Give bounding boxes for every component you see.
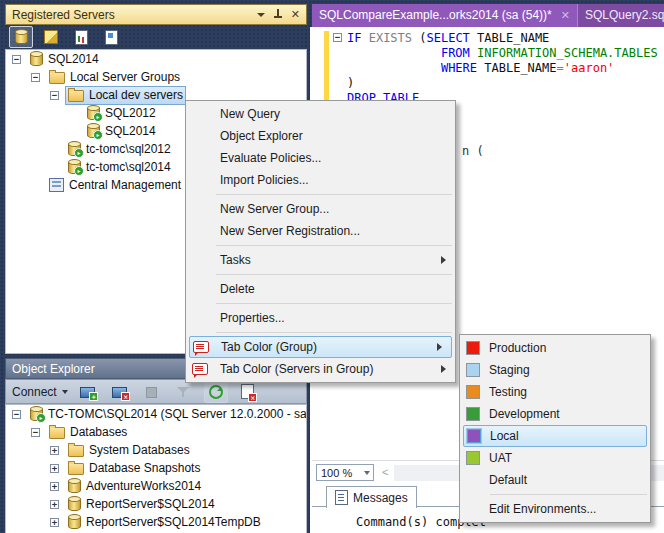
analysis-services-button[interactable] (39, 26, 63, 48)
connect-button[interactable]: Connect (12, 385, 68, 399)
menu-item-label: New Server Group... (220, 202, 329, 216)
tree-item[interactable]: −▸TC-TOMC\SQL2014 (SQL Server 12.0.2000 … (6, 405, 306, 423)
expander-icon[interactable]: + (50, 500, 59, 509)
menu-item-label: Staging (489, 363, 530, 377)
menu-item[interactable]: Evaluate Policies... (186, 147, 455, 169)
menu-item[interactable]: Tab Color (Group) (189, 336, 452, 358)
document-tab[interactable]: SQLQuery2.sql - TC. (577, 4, 664, 27)
color-menu-item[interactable]: Production (460, 337, 650, 359)
refresh-icon (209, 385, 223, 399)
tree-item-body: Database Snapshots (65, 459, 203, 478)
stop-icon (146, 387, 157, 398)
code-lines: IF EXISTS (SELECT TABLE_NAME FROM INFORM… (347, 31, 658, 106)
reporting-services-button[interactable] (69, 26, 93, 48)
database-play-icon: ▸ (87, 124, 100, 138)
expander-icon[interactable]: − (12, 410, 21, 419)
menu-item[interactable]: New Server Group... (186, 198, 455, 220)
menu-item-label: Tab Color (Group) (221, 340, 317, 354)
tree-item[interactable]: +ReportServer$SQL2014 (6, 495, 306, 513)
document-tabstrip: SQLCompareExample...orks2014 (sa (54))*✕… (312, 4, 664, 27)
connect-server-button[interactable]: + (76, 381, 100, 403)
color-menu-item[interactable]: Default (460, 469, 650, 491)
expander-icon[interactable]: − (31, 428, 40, 437)
disconnect-server-button[interactable]: × (108, 381, 132, 403)
menu-item[interactable]: Delete (186, 278, 455, 300)
tree-item-label: Databases (70, 425, 127, 439)
color-menu-item[interactable]: Staging (460, 359, 650, 381)
window-position-icon[interactable] (257, 13, 265, 17)
expander-icon[interactable]: + (50, 482, 59, 491)
tab-label: SQLQuery2.sql - TC. (585, 4, 664, 27)
code-token: FROM (441, 46, 470, 60)
menu-item[interactable]: Tab Color (Servers in Group) (186, 358, 455, 380)
tree-item[interactable]: +AdventureWorks2014 (6, 477, 306, 495)
color-menu-item[interactable]: Edit Environments... (460, 498, 650, 520)
tree-item-label: tc-tomc\sql2012 (86, 142, 171, 156)
tree-item[interactable]: −Local Server Groups (6, 68, 306, 86)
menu-item[interactable]: Import Policies... (186, 169, 455, 191)
code-line: IF EXISTS (SELECT TABLE_NAME (347, 31, 658, 46)
database-engine-button[interactable] (9, 26, 33, 48)
code-token: 'aaron' (564, 61, 615, 75)
tree-item[interactable]: +System Databases (6, 441, 306, 459)
menu-item[interactable]: Object Explorer (186, 125, 455, 147)
color-menu-item[interactable]: Development (460, 403, 650, 425)
report-doc-icon (75, 30, 88, 45)
tree-item-body: Local Server Groups (46, 68, 183, 87)
menu-item[interactable]: Tasks (186, 249, 455, 271)
tree-item-label: tc-tomc\sql2014 (86, 160, 171, 174)
tree-item[interactable]: +ReportServer$SQL2014TempDB (6, 513, 306, 531)
tab-messages[interactable]: Messages (326, 486, 417, 508)
code-token: TABLE_NAME (477, 61, 556, 75)
running-badge-icon: ▸ (93, 112, 103, 122)
expander-icon[interactable]: + (50, 446, 59, 455)
menu-item[interactable]: New Query (186, 103, 455, 125)
color-menu-item[interactable]: Local (463, 425, 647, 447)
tab-close-icon[interactable]: ✕ (561, 4, 570, 27)
badge-icon: × (121, 392, 130, 401)
code-token: IF (347, 31, 361, 45)
expander-icon[interactable]: − (12, 55, 21, 64)
color-menu-item[interactable]: UAT (460, 447, 650, 469)
tree-item-body: Local dev servers (65, 86, 186, 105)
integration-services-button[interactable] (99, 26, 123, 48)
tree-item-label: SQL2014 (48, 52, 99, 66)
expander-icon[interactable]: + (50, 464, 59, 473)
tree-item[interactable]: +Database Snapshots (6, 459, 306, 477)
registered-servers-title: Registered Servers (12, 8, 257, 22)
code-token: INFORMATION_SCHEMA.TABLES (477, 46, 658, 60)
folder-icon (49, 427, 65, 439)
filter-button[interactable] (172, 381, 196, 403)
close-icon[interactable]: ✕ (291, 9, 300, 20)
document-tab[interactable]: SQLCompareExample...orks2014 (sa (54))*✕ (312, 4, 577, 27)
script-error-button[interactable]: × (236, 381, 260, 403)
menu-item-label: Properties... (220, 311, 285, 325)
color-swatch (466, 451, 480, 465)
zoom-select[interactable]: 100 % (316, 464, 374, 481)
tree-item[interactable]: −SQL2014 (6, 50, 306, 68)
pin-icon[interactable] (274, 9, 282, 20)
running-badge-icon: ▸ (74, 166, 84, 176)
tree-item-body: Databases (46, 423, 130, 442)
expander-icon[interactable]: − (50, 91, 59, 100)
refresh-button[interactable] (204, 381, 228, 403)
code-fold-icon[interactable]: − (333, 33, 342, 42)
menu-item[interactable]: Properties... (186, 307, 455, 329)
menu-item-label: Default (489, 473, 527, 487)
menu-item-label: New Query (220, 107, 280, 121)
color-swatch (466, 407, 480, 421)
zoom-value: 100 % (321, 467, 352, 479)
menu-item-label: Tab Color (Servers in Group) (220, 362, 373, 376)
color-menu-item[interactable]: Testing (460, 381, 650, 403)
tree-item-body: ▸tc-tomc\sql2014 (65, 158, 174, 177)
tree-item-body: ▸SQL2012 (84, 104, 159, 123)
tree-item-body: ▸tc-tomc\sql2012 (65, 140, 174, 159)
menu-item[interactable]: New Server Registration... (186, 220, 455, 242)
hscroll-left-arrow-icon[interactable]: < (382, 466, 388, 478)
expander-icon[interactable]: + (50, 518, 59, 527)
submenu-arrow-icon (437, 343, 442, 351)
expander-icon[interactable]: − (31, 73, 40, 82)
tree-item[interactable]: −Databases (6, 423, 306, 441)
object-explorer-tree: −▸TC-TOMC\SQL2014 (SQL Server 12.0.2000 … (5, 404, 307, 533)
stop-button[interactable] (140, 381, 164, 403)
